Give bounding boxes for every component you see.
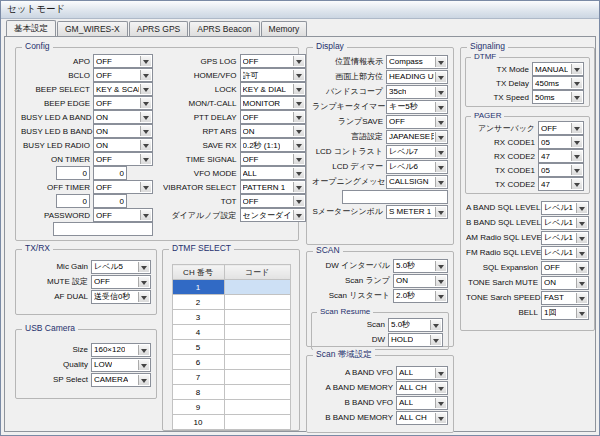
dtmf-channel-row[interactable]: 10 [172, 415, 290, 430]
tab[interactable]: APRS Beacon [189, 21, 259, 36]
channel-code-cell[interactable] [224, 415, 290, 430]
field-dropdown[interactable]: OFF [240, 54, 306, 68]
field-dropdown[interactable]: MANUAL [532, 62, 584, 76]
field-dropdown[interactable]: CALLSIGN [386, 175, 448, 189]
channel-code-cell[interactable] [224, 385, 290, 400]
field-dropdown[interactable]: ALL [240, 166, 306, 180]
channel-number-cell[interactable]: 5 [172, 340, 224, 355]
opening-message-input[interactable] [342, 190, 448, 204]
field-dropdown[interactable]: 05 [538, 135, 584, 149]
field-dropdown[interactable]: ON [93, 110, 153, 124]
field-dropdown[interactable]: 450ms [532, 76, 584, 90]
field-dropdown[interactable]: PATTERN 1 [240, 180, 306, 194]
field-dropdown[interactable]: OFF [538, 121, 584, 135]
field-dropdown[interactable]: OFF [541, 261, 589, 275]
channel-code-cell[interactable] [224, 325, 290, 340]
field-dropdown[interactable]: 47 [538, 177, 584, 191]
channel-number-cell[interactable]: 4 [172, 325, 224, 340]
field-dropdown[interactable]: 0.2秒 (1:1) [240, 138, 306, 152]
tab[interactable]: APRS GPS [129, 21, 188, 36]
field-dropdown[interactable]: キー5秒 [386, 100, 448, 114]
field-dropdown[interactable]: レベル5 [91, 260, 151, 274]
channel-number-cell[interactable]: 7 [172, 370, 224, 385]
channel-number-cell[interactable]: 10 [172, 415, 224, 430]
field-dropdown[interactable]: 許可 [240, 68, 306, 82]
dtmf-channel-row[interactable]: 6 [172, 355, 290, 370]
field-dropdown[interactable]: OFF [386, 115, 448, 129]
channel-number-cell[interactable]: 1 [172, 280, 224, 295]
field-dropdown[interactable]: 1回 [541, 306, 589, 320]
field-dropdown[interactable]: ALL CH [396, 411, 448, 425]
dtmf-channel-row[interactable]: 3 [172, 310, 290, 325]
field-dropdown[interactable]: ON [93, 124, 153, 138]
channel-number-cell[interactable]: 8 [172, 385, 224, 400]
dtmf-channel-row[interactable]: 7 [172, 370, 290, 385]
field-dropdown[interactable]: ALL [396, 366, 448, 380]
off-timer-hour-input[interactable] [56, 194, 90, 208]
tab[interactable]: 基本設定 [6, 20, 56, 36]
field-dropdown[interactable]: ON [541, 276, 589, 290]
field-dropdown[interactable]: KEY & SCAN [93, 82, 153, 96]
off-timer-dropdown[interactable]: OFF [93, 180, 153, 194]
field-dropdown[interactable]: 2.0秒 [393, 289, 448, 303]
field-dropdown[interactable]: OFF [91, 275, 151, 289]
field-dropdown[interactable]: OFF [93, 68, 153, 82]
field-dropdown[interactable]: OFF [240, 110, 306, 124]
tab[interactable]: Memory [261, 21, 308, 36]
field-dropdown[interactable]: 5.0秒 [388, 318, 443, 332]
channel-number-cell[interactable]: 6 [172, 355, 224, 370]
dtmf-channel-row[interactable]: 1 [172, 280, 290, 295]
on-timer-dropdown[interactable]: OFF [93, 152, 153, 166]
field-dropdown[interactable]: FAST [541, 291, 589, 305]
field-dropdown[interactable]: HOLD [388, 333, 443, 347]
field-dropdown[interactable]: 送受信0秒 [91, 290, 151, 304]
channel-code-cell[interactable] [224, 400, 290, 415]
password-dropdown[interactable]: OFF [93, 208, 153, 222]
channel-number-cell[interactable]: 2 [172, 295, 224, 310]
field-dropdown[interactable]: MONITOR [240, 96, 306, 110]
field-dropdown[interactable]: 35ch [386, 85, 448, 99]
field-dropdown[interactable]: レベル1 [541, 231, 589, 245]
dtmf-channel-row[interactable]: 5 [172, 340, 290, 355]
field-dropdown[interactable]: レベル1 [541, 246, 589, 260]
channel-number-cell[interactable]: 3 [172, 310, 224, 325]
on-timer-hour-input[interactable] [56, 166, 90, 180]
field-dropdown[interactable]: HEADING UP [386, 70, 448, 84]
channel-code-cell[interactable] [224, 310, 290, 325]
channel-number-cell[interactable]: 9 [172, 400, 224, 415]
field-dropdown[interactable]: 160×120 [91, 343, 151, 357]
dtmf-channel-row[interactable]: 2 [172, 295, 290, 310]
channel-code-cell[interactable] [224, 340, 290, 355]
field-dropdown[interactable]: レベル1 [541, 201, 589, 215]
field-dropdown[interactable]: 05 [538, 163, 584, 177]
field-dropdown[interactable]: OFF [240, 194, 306, 208]
field-dropdown[interactable]: OFF [93, 54, 153, 68]
field-dropdown[interactable]: ALL CH [396, 381, 448, 395]
field-dropdown[interactable]: レベル7 [386, 145, 448, 159]
on-timer-minute-input[interactable] [93, 166, 127, 180]
channel-code-cell[interactable] [224, 280, 290, 295]
off-timer-minute-input[interactable] [93, 194, 127, 208]
channel-code-cell[interactable] [224, 295, 290, 310]
field-dropdown[interactable]: Compass [386, 55, 448, 69]
window-titlebar[interactable]: セットモード [1, 1, 599, 19]
dtmf-channel-row[interactable]: 8 [172, 385, 290, 400]
field-dropdown[interactable]: OFF [93, 96, 153, 110]
field-dropdown[interactable]: KEY & DIAL [240, 82, 306, 96]
field-dropdown[interactable]: JAPANESE日本語 [386, 130, 448, 144]
dtmf-channel-row[interactable]: 9 [172, 400, 290, 415]
field-dropdown[interactable]: ON [93, 138, 153, 152]
channel-code-cell[interactable] [224, 355, 290, 370]
channel-code-cell[interactable] [224, 370, 290, 385]
smeter-symbol-dropdown[interactable]: S METER 1 [386, 205, 448, 219]
field-dropdown[interactable]: LOW [91, 358, 151, 372]
field-dropdown[interactable]: 47 [538, 149, 584, 163]
field-dropdown[interactable]: ON [240, 124, 306, 138]
field-dropdown[interactable]: OFF [240, 152, 306, 166]
field-dropdown[interactable]: CAMERA [91, 373, 151, 387]
field-dropdown[interactable]: ON [393, 274, 448, 288]
tab[interactable]: GM_WIRES-X [57, 21, 128, 36]
field-dropdown[interactable]: 5.0秒 [393, 259, 448, 273]
field-dropdown[interactable]: レベル6 [386, 160, 448, 174]
field-dropdown[interactable]: レベル1 [541, 216, 589, 230]
